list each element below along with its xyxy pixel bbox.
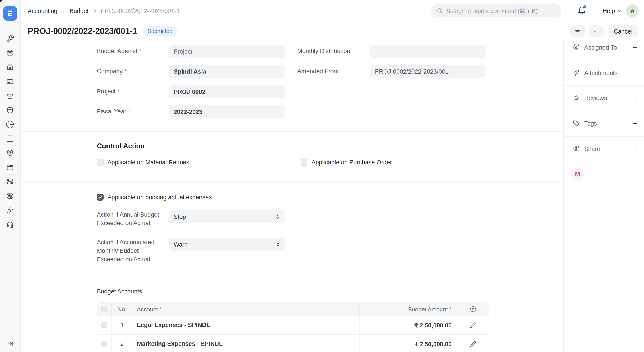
ellipsis-icon	[593, 28, 600, 34]
amount-column-header: Budget Amount *	[360, 302, 458, 316]
material-request-checkbox[interactable]	[97, 159, 104, 166]
row-number: 1	[112, 316, 133, 334]
search-input[interactable]	[446, 7, 556, 14]
row-checkbox[interactable]	[101, 341, 107, 347]
app-window: Accounting Budget PROJ-0002/2022-2023/00…	[0, 0, 644, 352]
pencil-icon	[470, 340, 476, 347]
edit-row-button[interactable]	[458, 316, 489, 334]
select-all-checkbox[interactable]	[101, 306, 107, 312]
row-checkbox[interactable]	[101, 322, 107, 328]
headset-icon[interactable]	[3, 217, 17, 231]
add-attachment-button[interactable]	[631, 69, 639, 77]
sidebar-item-tags[interactable]: Tags	[564, 118, 644, 128]
supply-box-icon[interactable]	[3, 60, 17, 74]
account-cell[interactable]: Legal Expenses - SPINDL	[133, 316, 360, 334]
print-button[interactable]	[570, 26, 585, 37]
sidebar-divider	[564, 162, 644, 162]
sidebar-item-label: Tags	[584, 120, 597, 127]
breadcrumb: Accounting Budget PROJ-0002/2022-2023/00…	[28, 0, 180, 22]
budget-against-field[interactable]: Project	[169, 45, 285, 58]
gear-icon	[470, 306, 476, 312]
user-plus-icon	[572, 44, 580, 51]
breadcrumb-current-doc: PROJ-0002/2022-2023/001-1	[101, 7, 180, 14]
sidebar-item-label: Assigned To	[584, 44, 617, 51]
company-field[interactable]: Spindl Asia	[169, 65, 285, 78]
check-icon	[98, 195, 103, 200]
purchase-order-checkbox-label[interactable]: Applicable on Purchase Order	[312, 159, 392, 166]
action-monthly-label: Action if Accumulated Monthly Budget Exc…	[97, 238, 166, 263]
viewer-avatar[interactable]: M	[571, 168, 584, 180]
sidebar-item-share[interactable]: Share	[564, 144, 644, 154]
purchase-order-checkbox[interactable]	[301, 159, 308, 166]
document-header: PROJ-0002/2022-2023/001-1 Submitted Canc…	[20, 22, 644, 41]
project-label: Project *	[97, 87, 166, 96]
amount-cell[interactable]: ₹ 2,50,000.00	[360, 334, 458, 352]
help-menu[interactable]: Help	[602, 0, 622, 22]
pie-chart-icon[interactable]	[3, 117, 17, 131]
notifications-bell-icon[interactable]	[578, 6, 586, 15]
section-divider	[20, 276, 563, 277]
select-chevrons-icon	[275, 241, 281, 247]
table-row: 1 Legal Expenses - SPINDL ₹ 2,50,000.00	[97, 316, 489, 334]
grid-settings-button[interactable]	[458, 302, 489, 316]
page-title: PROJ-0002/2022-2023/001-1	[28, 26, 137, 36]
table-row: 2 Marketing Expenses - SPINDL ₹ 2,50,000…	[97, 334, 489, 352]
collapse-sidebar-icon[interactable]	[3, 338, 18, 349]
sidebar-item-label: Share	[584, 145, 600, 152]
table-header-row: No. Account * Budget Amount *	[97, 302, 489, 316]
plug-icon[interactable]	[3, 203, 17, 217]
top-bar: Accounting Budget PROJ-0002/2022-2023/00…	[20, 0, 644, 22]
settings-toggles-icon[interactable]	[3, 174, 17, 188]
credit-card-icon[interactable]	[3, 74, 17, 89]
erpnext-logo[interactable]	[3, 6, 18, 21]
shield-check-icon[interactable]	[3, 146, 17, 160]
package-icon[interactable]	[3, 103, 17, 117]
shopping-bag-icon[interactable]	[3, 89, 17, 103]
breadcrumb-budget[interactable]: Budget	[70, 7, 89, 14]
sidebar-item-assigned-to[interactable]: Assigned To	[564, 43, 644, 52]
action-annual-value: Stop	[174, 213, 186, 220]
booking-expenses-checkbox-label[interactable]: Applicable on booking actual expenses	[108, 194, 212, 201]
chevron-right-icon	[92, 8, 97, 13]
amount-cell[interactable]: ₹ 2,50,000.00	[360, 316, 458, 334]
chevron-down-icon	[617, 8, 622, 13]
folder-icon[interactable]	[3, 160, 17, 174]
user-avatar[interactable]: A	[626, 5, 639, 17]
edit-row-button[interactable]	[458, 334, 489, 352]
sidebar-divider	[564, 85, 644, 86]
help-label: Help	[602, 7, 615, 14]
sidebar-divider	[564, 60, 644, 60]
fiscal-year-field[interactable]: 2022-2023	[169, 105, 285, 118]
tools-icon[interactable]	[3, 31, 17, 46]
sidebar-item-attachments[interactable]: Attachments	[564, 68, 644, 78]
booking-expenses-checkbox[interactable]	[97, 194, 104, 201]
more-options-button[interactable]	[589, 26, 604, 37]
monthly-distribution-field[interactable]	[370, 45, 486, 58]
booking-expenses-checkbox-row: Applicable on booking actual expenses	[97, 194, 212, 201]
action-monthly-select[interactable]: Warn	[169, 238, 285, 251]
action-annual-select[interactable]: Stop	[169, 210, 285, 223]
sidebar-item-reviews[interactable]: Reviews	[564, 93, 644, 103]
account-cell[interactable]: Marketing Expenses - SPINDL	[133, 334, 360, 352]
material-request-checkbox-label[interactable]: Applicable on Material Request	[108, 159, 191, 166]
cancel-button[interactable]: Cancel	[608, 26, 638, 37]
section-divider	[20, 131, 563, 132]
add-review-button[interactable]	[631, 94, 639, 102]
building-icon[interactable]	[3, 131, 17, 146]
user-plus-icon	[572, 145, 580, 152]
add-assignment-button[interactable]	[631, 43, 639, 51]
budget-against-label: Budget Against *	[97, 47, 166, 55]
breadcrumb-accounting[interactable]: Accounting	[28, 7, 58, 14]
select-chevrons-icon	[275, 214, 281, 220]
action-annual-label: Action if Annual Budget Exceeded on Actu…	[97, 210, 166, 227]
material-request-checkbox-row: Applicable on Material Request	[97, 159, 191, 166]
add-tag-button[interactable]	[631, 119, 639, 127]
cash-register-icon[interactable]	[3, 46, 17, 60]
add-share-button[interactable]	[631, 145, 639, 153]
amended-from-field[interactable]: PROJ-0002/2022-2023/001	[370, 65, 486, 78]
settings-toggles-alt-icon[interactable]	[3, 188, 17, 203]
project-field[interactable]: PROJ-0002	[169, 85, 285, 98]
status-badge: Submitted	[143, 26, 177, 36]
star-icon	[572, 94, 580, 101]
no-column-header: No.	[112, 302, 133, 316]
